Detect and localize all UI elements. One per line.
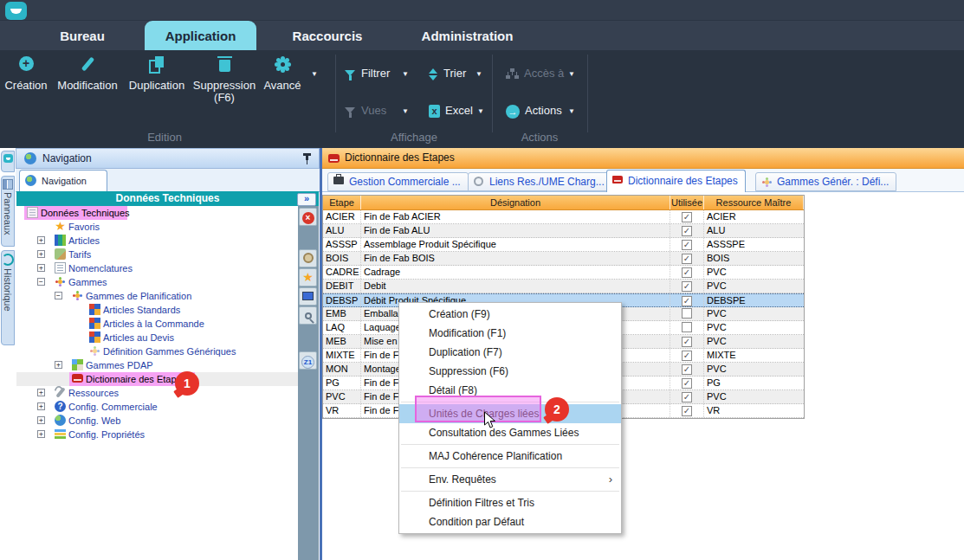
tree-item-ressources[interactable]: +Ressources <box>16 386 298 400</box>
menu-item-duplication-f7-[interactable]: Duplication (F7) <box>399 343 621 362</box>
column-header-utilis-e[interactable]: Utilisée <box>670 196 704 209</box>
tree-expander-icon[interactable]: + <box>37 430 45 438</box>
tree-expander-icon[interactable]: + <box>37 236 45 244</box>
checkbox[interactable] <box>682 322 692 332</box>
tree-item-config-web[interactable]: +Config. Web <box>16 414 298 428</box>
checkbox[interactable] <box>682 308 692 319</box>
checkbox[interactable]: ✓ <box>682 254 692 264</box>
checkbox[interactable]: ✓ <box>682 378 692 389</box>
tree-item-gammes[interactable]: −Gammes <box>16 275 298 289</box>
dropdown-arrow-icon[interactable]: ▼ <box>402 67 409 82</box>
dropdown-arrow-icon[interactable]: ▼ <box>477 104 484 119</box>
checkbox[interactable]: ✓ <box>682 364 692 375</box>
dock-tab-panneaux[interactable]: Panneaux <box>1 176 15 247</box>
tree-item-dictionnaire-des-etapes[interactable]: Dictionnaire des Etapes <box>16 372 298 386</box>
button-actions[interactable]: →Actions▼ <box>506 103 575 119</box>
side-button-wheel[interactable] <box>299 249 317 267</box>
tree-item-tarifs[interactable]: +Tarifs <box>16 248 298 261</box>
tree-item-articles-standards[interactable]: Articles Standards <box>16 303 298 317</box>
checkbox[interactable]: ✓ <box>682 337 692 347</box>
tree-item-nomenclatures[interactable]: +Nomenclatures <box>16 261 298 275</box>
button-modification[interactable]: Modification <box>51 56 124 92</box>
tree-item-config-propri-t-s[interactable]: +Config. Propriétés <box>16 428 298 441</box>
document-tab-3[interactable]: Dictionnaire des Etapes <box>606 170 746 192</box>
button-duplication[interactable]: Duplication <box>124 56 190 92</box>
column-header-ressource-ma-tre[interactable]: Ressource Maître <box>704 196 804 209</box>
table-row-cadre[interactable]: CADRECadrage✓PVC <box>323 266 804 280</box>
table-row-asssp[interactable]: ASSSPAssemblage Produit Spécifique✓ASSSP… <box>323 238 804 252</box>
button-excel[interactable]: xExcel▼ <box>429 103 484 119</box>
button-cr-ation[interactable]: +Création <box>2 56 50 92</box>
ribbon-tab-application[interactable]: Application <box>145 21 256 51</box>
checkbox[interactable]: ✓ <box>682 267 692 278</box>
document-tab-4[interactable]: Gammes Génér. : Défi... <box>755 172 896 191</box>
tree-expander-icon[interactable]: + <box>37 389 45 396</box>
side-button-z1[interactable]: Z1 <box>299 351 317 370</box>
menu-item-condition-par-d-faut[interactable]: Condition par Défaut <box>399 512 621 531</box>
dropdown-arrow-icon[interactable]: ▼ <box>476 67 482 82</box>
tree-item-donn-es-techniques[interactable]: Données Techniques <box>16 206 298 220</box>
document-tab-1[interactable]: Gestion Commerciale ... <box>327 172 469 191</box>
button-avanc-[interactable]: Avancé▼ <box>259 56 306 92</box>
column-header-d-signation[interactable]: Désignation <box>361 196 670 209</box>
tree-item-articles-au-devis[interactable]: Articles au Devis <box>16 331 298 344</box>
tree-expander-icon[interactable]: − <box>37 278 45 286</box>
pin-icon[interactable] <box>306 153 308 160</box>
table-row-acier[interactable]: ACIERFin de Fab ACIER✓ACIER <box>323 210 804 224</box>
side-button-search[interactable] <box>299 306 317 325</box>
tree-item-d-finition-gammes-g-n-riques[interactable]: Définition Gammes Génériques <box>16 344 298 358</box>
side-button-close[interactable]: × <box>299 208 317 226</box>
tab-navigation[interactable]: Navigation <box>19 170 107 192</box>
tree-expander-icon[interactable]: − <box>55 292 62 299</box>
menu-item-modification-f1-[interactable]: Modification (F1) <box>399 324 621 343</box>
app-logo-icon[interactable] <box>5 2 27 20</box>
document-tab-2[interactable]: Liens Res./UME Charg... <box>468 172 612 191</box>
checkbox[interactable]: ✓ <box>682 392 692 402</box>
dropdown-arrow-icon[interactable]: ▼ <box>568 104 575 119</box>
checkbox[interactable]: ✓ <box>682 281 692 292</box>
dock-tab-historique[interactable]: Historique <box>1 250 15 345</box>
cell-etape: VR <box>323 404 361 417</box>
button-trier[interactable]: Trier▼ <box>429 66 482 81</box>
tree-item-favoris[interactable]: Favoris <box>16 220 298 234</box>
tree-item-gammes-pdap[interactable]: +Gammes PDAP <box>16 358 298 372</box>
checkbox[interactable]: ✓ <box>682 240 692 250</box>
ribbon-tab-bureau[interactable]: Bureau <box>39 21 126 51</box>
ribbon-tab-administration[interactable]: Administration <box>397 21 538 51</box>
button-filtrer[interactable]: Filtrer▼ <box>345 66 409 81</box>
tree-expander-icon[interactable]: + <box>55 361 62 369</box>
tree-expander-icon[interactable]: + <box>37 402 45 410</box>
grid-icon <box>72 359 83 370</box>
ribbon-tab-raccourcis[interactable]: Raccourcis <box>274 21 381 51</box>
dropdown-arrow-icon[interactable]: ▼ <box>311 68 318 80</box>
tree-item-articles[interactable]: +Articles <box>16 234 298 248</box>
tree-item-label: Articles Standards <box>103 304 180 316</box>
side-button-star[interactable]: ★ <box>299 268 317 286</box>
tree-item-gammes-de-planification[interactable]: −Gammes de Planification <box>16 289 298 303</box>
tree-expander-icon[interactable]: + <box>37 250 45 258</box>
menu-item-maj-coh-rence-planification[interactable]: MAJ Cohérence Planification <box>399 447 621 466</box>
checkbox[interactable]: ✓ <box>682 212 692 222</box>
tree-item-config-commerciale[interactable]: +Config. Commerciale <box>16 400 298 414</box>
collapse-panel-button[interactable]: » <box>297 193 316 206</box>
table-row-alu[interactable]: ALUFin de Fab ALU✓ALU <box>323 224 804 238</box>
tree-expander-icon[interactable]: + <box>37 264 45 272</box>
column-header-etape[interactable]: Etape <box>323 196 361 209</box>
checkbox[interactable]: ✓ <box>682 351 692 361</box>
checkbox[interactable]: ✓ <box>682 296 692 306</box>
checkbox[interactable]: ✓ <box>682 406 692 416</box>
side-button-monitor[interactable] <box>299 287 317 306</box>
checkbox[interactable]: ✓ <box>682 226 692 236</box>
table-row-bois[interactable]: BOISFin de Fab BOIS✓BOIS <box>323 252 804 266</box>
menu-item-suppression-f6-[interactable]: Suppression (F6) <box>399 362 621 381</box>
dock-tab-app[interactable] <box>1 151 15 172</box>
menu-item-d-finition-filtres-et-tris[interactable]: Définition Filtres et Tris <box>399 493 621 512</box>
tree-item-label: Config. Propriétés <box>68 428 145 441</box>
table-row-debit[interactable]: DEBITDebit✓PVC <box>323 280 804 293</box>
menu-item-cr-ation-f9-[interactable]: Création (F9) <box>399 305 621 324</box>
menu-item-env-requ-tes[interactable]: Env. Requêtes› <box>399 470 621 489</box>
tree-expander-icon[interactable]: + <box>37 416 45 424</box>
tree-item-articles-la-commande[interactable]: Articles à la Commande <box>16 317 298 331</box>
menu-item-consultation-des-gammes-li-es[interactable]: Consultation des Gammes Liées <box>399 423 621 442</box>
button-suppression-f6-[interactable]: Suppression (F6) <box>190 56 259 104</box>
